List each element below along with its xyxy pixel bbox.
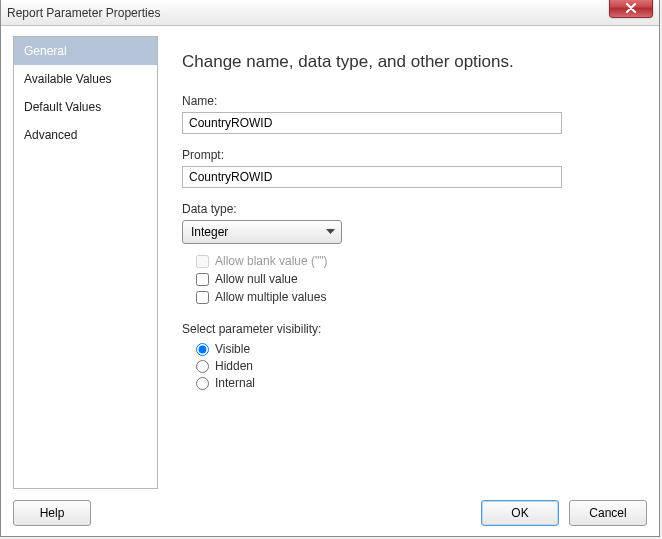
visibility-visible-label: Visible — [215, 342, 250, 356]
datatype-select[interactable]: Integer — [182, 220, 342, 244]
sidebar-item-label: Available Values — [24, 72, 112, 86]
visibility-internal-label: Internal — [215, 376, 255, 390]
allow-null-label: Allow null value — [215, 272, 298, 286]
allow-multi-row[interactable]: Allow multiple values — [196, 290, 637, 304]
name-label: Name: — [182, 94, 637, 108]
visibility-internal-row[interactable]: Internal — [196, 376, 637, 390]
allow-null-checkbox[interactable] — [196, 273, 209, 286]
pane-heading: Change name, data type, and other option… — [182, 52, 637, 72]
prompt-label: Prompt: — [182, 148, 637, 162]
visibility-hidden-radio[interactable] — [196, 360, 209, 373]
allow-null-row[interactable]: Allow null value — [196, 272, 637, 286]
visibility-label: Select parameter visibility: — [182, 322, 637, 336]
cancel-button[interactable]: Cancel — [569, 500, 647, 526]
ok-button[interactable]: OK — [481, 500, 559, 526]
allow-multi-label: Allow multiple values — [215, 290, 326, 304]
allow-blank-checkbox — [196, 255, 209, 268]
sidebar-item-default-values[interactable]: Default Values — [14, 93, 157, 121]
visibility-hidden-row[interactable]: Hidden — [196, 359, 637, 373]
dialog-content: General Available Values Default Values … — [1, 26, 659, 536]
name-input[interactable] — [182, 112, 562, 134]
right-buttons: OK Cancel — [481, 500, 647, 526]
titlebar: Report Parameter Properties — [1, 0, 659, 26]
allow-blank-row: Allow blank value ("") — [196, 254, 637, 268]
dialog-window: Report Parameter Properties General Avai… — [0, 0, 660, 537]
visibility-hidden-label: Hidden — [215, 359, 253, 373]
sidebar: General Available Values Default Values … — [13, 36, 158, 489]
window-title: Report Parameter Properties — [7, 6, 160, 20]
allow-multi-checkbox[interactable] — [196, 291, 209, 304]
visibility-visible-radio[interactable] — [196, 343, 209, 356]
help-button[interactable]: Help — [13, 500, 91, 526]
sidebar-item-advanced[interactable]: Advanced — [14, 121, 157, 149]
sidebar-item-label: Advanced — [24, 128, 77, 142]
visibility-internal-radio[interactable] — [196, 377, 209, 390]
general-pane: Change name, data type, and other option… — [158, 36, 647, 489]
sidebar-item-label: Default Values — [24, 100, 101, 114]
button-row: Help OK Cancel — [13, 489, 647, 526]
prompt-input[interactable] — [182, 166, 562, 188]
sidebar-item-label: General — [24, 44, 67, 58]
close-button[interactable] — [609, 0, 653, 18]
visibility-visible-row[interactable]: Visible — [196, 342, 637, 356]
sidebar-item-general[interactable]: General — [14, 37, 157, 65]
close-icon — [625, 3, 637, 13]
datatype-value: Integer — [191, 225, 228, 239]
datatype-label: Data type: — [182, 202, 637, 216]
sidebar-item-available-values[interactable]: Available Values — [14, 65, 157, 93]
allow-blank-label: Allow blank value ("") — [215, 254, 328, 268]
main-row: General Available Values Default Values … — [13, 36, 647, 489]
